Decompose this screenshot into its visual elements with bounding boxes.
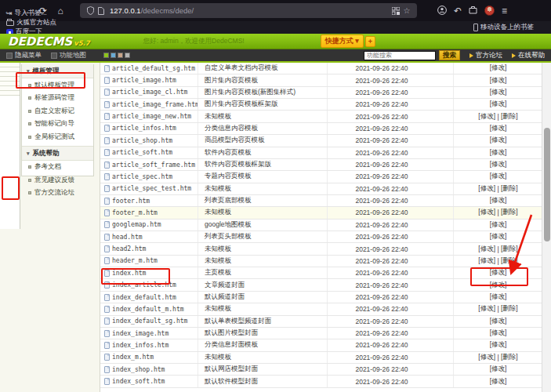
operations-cell: [修改] | [删除] bbox=[454, 207, 542, 218]
bookmark-item[interactable]: ⇥ 导入书签... bbox=[6, 9, 56, 18]
page-scrollbar[interactable] bbox=[542, 63, 551, 392]
url-text[interactable]: 127.0.0.1/dedecms/dede/ bbox=[110, 6, 390, 15]
file-icon bbox=[104, 198, 110, 205]
modify-link[interactable]: [修改] bbox=[490, 88, 507, 97]
modify-link[interactable]: [修改] bbox=[478, 112, 495, 122]
theme-color-swatches[interactable] bbox=[103, 53, 130, 58]
table-row: article_infos.htm 分类信息内容模板 2021-09-26 22… bbox=[100, 123, 542, 135]
modify-link[interactable]: [修改] bbox=[490, 160, 507, 169]
menu-item[interactable]: 自定义宏标记 bbox=[22, 104, 93, 118]
modify-link[interactable]: [修改] bbox=[490, 64, 507, 73]
modify-link[interactable]: [修改] bbox=[490, 76, 507, 85]
menu-item[interactable]: 智能标记向导 bbox=[22, 118, 93, 131]
modify-link[interactable]: [修改] bbox=[490, 196, 507, 205]
search-button[interactable]: 搜索 bbox=[439, 50, 460, 60]
modify-link[interactable]: [修改] bbox=[490, 232, 507, 241]
modify-link[interactable]: [修改] bbox=[490, 317, 507, 326]
modify-link[interactable]: [修改] bbox=[490, 292, 507, 302]
module-tab[interactable] bbox=[0, 91, 20, 96]
qr-scan-icon[interactable] bbox=[390, 6, 401, 16]
modify-link[interactable]: [修改] bbox=[490, 340, 507, 350]
modify-link[interactable]: [修改] bbox=[478, 245, 495, 254]
delete-link[interactable]: [删除] bbox=[501, 256, 518, 266]
hamburger-menu-icon[interactable]: ≡ bbox=[502, 6, 507, 16]
template-description: 专题内容页模板 bbox=[198, 171, 328, 182]
mobile-bookmarks[interactable]: 移动设备上的书签 bbox=[473, 23, 534, 32]
shield-icon[interactable] bbox=[85, 6, 96, 16]
modify-link[interactable]: [修改] bbox=[490, 148, 507, 158]
bookmark-star-icon[interactable]: ☆ bbox=[401, 6, 412, 16]
template-description: 图片集内容页模板 bbox=[198, 74, 328, 85]
modify-link[interactable]: [修改] bbox=[490, 377, 507, 387]
delete-link[interactable]: [删除] bbox=[501, 304, 518, 314]
official-forum-link[interactable]: 官方论坛 bbox=[469, 51, 502, 60]
delete-link[interactable]: [删除] bbox=[501, 112, 518, 122]
modify-link[interactable]: [修改] bbox=[478, 184, 495, 194]
color-swatch[interactable] bbox=[118, 53, 123, 58]
file-icon bbox=[104, 209, 110, 216]
modify-link[interactable]: [修改] bbox=[490, 100, 507, 109]
profile-avatar[interactable] bbox=[484, 5, 495, 16]
sync-undo-icon[interactable]: ↶ bbox=[454, 6, 462, 16]
modify-link[interactable]: [修改] bbox=[478, 208, 495, 217]
file-icon bbox=[104, 162, 110, 169]
filename-cell: head.htm bbox=[100, 231, 198, 242]
modify-link[interactable]: [修改] bbox=[478, 353, 495, 362]
operations-cell: [修改] | [删除] bbox=[454, 339, 542, 350]
sidebar-menu: ▾ 模板管理 默认模板管理 标签源码管理 自定义宏标记 智能标记向导 全局标记测… bbox=[21, 64, 94, 176]
shortcut-add-button[interactable]: + bbox=[365, 36, 375, 47]
color-swatch[interactable] bbox=[125, 53, 130, 58]
url-bar[interactable]: 127.0.0.1/dedecms/dede/ ☆ bbox=[80, 3, 417, 18]
modify-link[interactable]: [修改] bbox=[490, 124, 507, 133]
browser-toolbar: ← → ⟳ ⌂ 127.0.0.1/dedecms/dede/ ☆ ↶ bbox=[0, 0, 551, 21]
modify-link[interactable]: [修改] bbox=[478, 304, 495, 314]
menu-item[interactable]: 标签源码管理 bbox=[22, 92, 93, 105]
operations-cell: [修改] | [删除] bbox=[454, 316, 542, 327]
menu-item[interactable]: 默认模板管理 bbox=[22, 78, 93, 92]
modify-link[interactable]: [修改] bbox=[490, 328, 507, 338]
template-filename: header_m.htm bbox=[112, 257, 158, 264]
bookmark-item[interactable]: ⇥ 火狐官方站点 bbox=[6, 18, 56, 27]
table-row: article_shop.htm 商品模型内容页模板 2021-09-26 22… bbox=[100, 135, 542, 147]
feature-map-button[interactable]: 功能地图 bbox=[51, 51, 86, 60]
template-description: 图片集内容页模板(新图集样式) bbox=[198, 87, 328, 98]
page-info-icon[interactable] bbox=[96, 6, 107, 16]
delete-link[interactable]: [删除] bbox=[501, 184, 518, 194]
online-help-link[interactable]: 在线帮助 bbox=[512, 51, 545, 60]
operations-cell: [修改] | [删除] bbox=[454, 376, 542, 387]
delete-link[interactable]: [删除] bbox=[501, 245, 518, 254]
menu-item[interactable]: 参考文档 bbox=[22, 161, 93, 174]
color-swatch[interactable] bbox=[111, 53, 116, 58]
template-description: 分类信息内容模板 bbox=[198, 123, 328, 134]
scrollbar-thumb[interactable] bbox=[544, 128, 550, 241]
filename-cell: footer.htm bbox=[100, 195, 198, 206]
modify-link[interactable]: [修改] bbox=[490, 365, 507, 374]
modify-link[interactable]: [修改] bbox=[490, 220, 507, 230]
modify-link[interactable]: [修改] bbox=[490, 136, 507, 145]
account-icon[interactable] bbox=[437, 5, 447, 16]
menu-item[interactable]: 全局标记测试 bbox=[22, 130, 93, 143]
menu-item[interactable]: 意见建议反馈 bbox=[22, 173, 93, 187]
table-row: index_m.htm 未知模板 2021-09-26 22:40 [修改] |… bbox=[100, 352, 542, 364]
operations-cell: [修改] | [删除] bbox=[454, 364, 542, 375]
modify-link[interactable]: [修改] bbox=[490, 172, 507, 181]
delete-link[interactable]: [删除] bbox=[501, 208, 518, 217]
shortcut-button[interactable]: 快捷方式 ▾ bbox=[321, 34, 364, 48]
menu-group-header[interactable]: ▾ 系统帮助 bbox=[22, 146, 93, 161]
hide-menu-button[interactable]: 隐藏菜单 bbox=[6, 51, 42, 60]
color-swatch[interactable] bbox=[103, 53, 109, 58]
menu-item[interactable]: 官方交流论坛 bbox=[22, 187, 93, 200]
folder-icon bbox=[6, 20, 14, 26]
menu-group-header[interactable]: ▾ 模板管理 bbox=[22, 64, 93, 78]
delete-link[interactable]: [删除] bbox=[501, 353, 518, 362]
modify-link[interactable]: [修改] bbox=[490, 281, 507, 290]
modify-link[interactable]: [修改] bbox=[478, 256, 495, 266]
template-description: 软件内容页模板 bbox=[198, 147, 328, 158]
extension-icon[interactable] bbox=[469, 5, 477, 16]
modified-time: 2021-09-26 22:40 bbox=[328, 183, 454, 194]
feature-search-input[interactable] bbox=[364, 51, 436, 60]
template-filename: index_infos.htm bbox=[112, 342, 169, 349]
filename-cell: article_image_cl.htm bbox=[100, 87, 198, 98]
modify-link[interactable]: [修改] bbox=[490, 268, 507, 278]
dedecms-logo: DEDECMSv5.7 bbox=[8, 34, 90, 49]
